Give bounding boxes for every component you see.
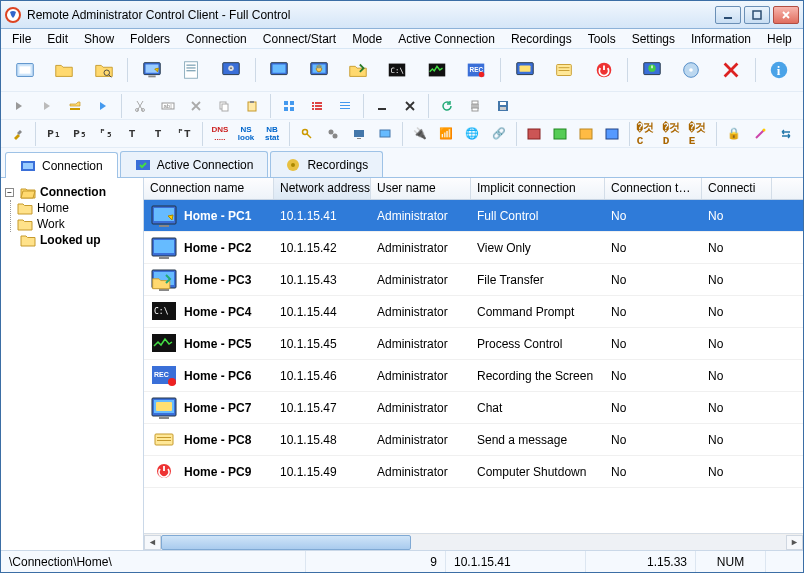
new-connection-icon[interactable]: [7, 52, 42, 88]
recording-icon[interactable]: REC: [459, 52, 494, 88]
screen-d-icon[interactable]: �것D: [662, 122, 684, 146]
win-min-icon[interactable]: [370, 94, 394, 118]
table-row[interactable]: Home - PC910.1.15.49AdministratorCompute…: [144, 456, 803, 488]
save-icon[interactable]: [491, 94, 515, 118]
arrows-icon[interactable]: [775, 122, 797, 146]
remote-disc-icon[interactable]: [674, 52, 709, 88]
message-icon[interactable]: [546, 52, 581, 88]
grid-body[interactable]: Home - PC110.1.15.41AdministratorFull Co…: [144, 200, 803, 533]
menu-file[interactable]: File: [5, 30, 38, 48]
play-icon[interactable]: [7, 94, 31, 118]
minimize-button[interactable]: [715, 6, 741, 24]
screen-e-icon[interactable]: �것E: [688, 122, 710, 146]
play-blue-icon[interactable]: [91, 94, 115, 118]
view-large-icon[interactable]: [277, 94, 301, 118]
process-control-icon[interactable]: [419, 52, 454, 88]
column-header[interactable]: Connection name: [144, 178, 274, 199]
column-header[interactable]: Network address: [274, 178, 371, 199]
table-row[interactable]: Home - PC510.1.15.45AdministratorProcess…: [144, 328, 803, 360]
scroll-thumb[interactable]: [161, 535, 411, 550]
table-row[interactable]: Home - PC110.1.15.41AdministratorFull Co…: [144, 200, 803, 232]
view-only-hand-icon[interactable]: [301, 52, 336, 88]
view-list-icon[interactable]: [305, 94, 329, 118]
maximize-button[interactable]: [744, 6, 770, 24]
window-c-icon[interactable]: [575, 122, 597, 146]
menu-active-connection[interactable]: Active Connection: [391, 30, 502, 48]
monitor-sm-icon[interactable]: [348, 122, 370, 146]
table-row[interactable]: Home - PC810.1.15.48AdministratorSend a …: [144, 424, 803, 456]
screen-c-icon[interactable]: �것C: [636, 122, 658, 146]
open-folder-icon[interactable]: [46, 52, 81, 88]
tab-active-connection[interactable]: Active Connection: [120, 151, 269, 177]
search-folder-icon[interactable]: [86, 52, 121, 88]
table-row[interactable]: Home - PC210.1.15.42AdministratorView On…: [144, 232, 803, 264]
menu-recordings[interactable]: Recordings: [504, 30, 579, 48]
scroll-left-icon[interactable]: ◄: [144, 535, 161, 550]
key-icon[interactable]: [296, 122, 318, 146]
column-header[interactable]: Implicit connection: [471, 178, 605, 199]
file-transfer-icon[interactable]: [340, 52, 375, 88]
command-prompt-icon[interactable]: C:\: [380, 52, 415, 88]
view-details-icon[interactable]: [333, 94, 357, 118]
delete-icon[interactable]: [713, 52, 748, 88]
properties-icon[interactable]: [174, 52, 209, 88]
tree-item-home[interactable]: Home: [17, 200, 139, 216]
lock-icon[interactable]: 🔒: [723, 122, 745, 146]
refresh-icon[interactable]: [435, 94, 459, 118]
ns-look-icon[interactable]: NSlook: [235, 122, 257, 146]
folder-tree[interactable]: − Connection Home Work Looked up: [1, 178, 144, 550]
horizontal-scrollbar[interactable]: ◄ ►: [144, 533, 803, 550]
net1-icon[interactable]: 🔌: [409, 122, 431, 146]
info-icon[interactable]: i: [762, 52, 797, 88]
win-close-icon[interactable]: [398, 94, 422, 118]
table-row[interactable]: Home - PC310.1.15.43AdministratorFile Tr…: [144, 264, 803, 296]
menu-mode[interactable]: Mode: [345, 30, 389, 48]
window-a-icon[interactable]: [522, 122, 544, 146]
menu-connect-start[interactable]: Connect/Start: [256, 30, 343, 48]
text-button-0[interactable]: P₁: [42, 122, 66, 146]
collapse-icon[interactable]: −: [5, 188, 14, 197]
hammer-wrench-icon[interactable]: [7, 122, 29, 146]
window-d-icon[interactable]: [601, 122, 623, 146]
window-b-icon[interactable]: [549, 122, 571, 146]
text-button-3[interactable]: T: [120, 122, 144, 146]
cut-icon[interactable]: [128, 94, 152, 118]
chat-icon[interactable]: [507, 52, 542, 88]
text-button-5[interactable]: ᴾT: [172, 122, 196, 146]
paste-icon[interactable]: [240, 94, 264, 118]
globe-icon[interactable]: 🌐: [461, 122, 483, 146]
tab-recordings[interactable]: Recordings: [270, 151, 383, 177]
menu-edit[interactable]: Edit: [40, 30, 75, 48]
gears-icon[interactable]: [322, 122, 344, 146]
display-icon[interactable]: [374, 122, 396, 146]
menu-information[interactable]: Information: [684, 30, 758, 48]
delete-sm-icon[interactable]: [184, 94, 208, 118]
eject-icon[interactable]: [63, 94, 87, 118]
tab-connection[interactable]: Connection: [5, 152, 118, 178]
menu-help[interactable]: Help: [760, 30, 799, 48]
dns-icon[interactable]: DNS.....: [209, 122, 231, 146]
tree-root[interactable]: − Connection: [5, 184, 139, 200]
settings-gear-icon[interactable]: [213, 52, 248, 88]
view-only-icon[interactable]: [262, 52, 297, 88]
tree-item-work[interactable]: Work: [17, 216, 139, 232]
net2-icon[interactable]: 📶: [435, 122, 457, 146]
scroll-right-icon[interactable]: ►: [786, 535, 803, 550]
textfield-icon[interactable]: ab|: [156, 94, 180, 118]
menu-folders[interactable]: Folders: [123, 30, 177, 48]
table-row[interactable]: Home - PC710.1.15.47AdministratorChatNoN…: [144, 392, 803, 424]
menu-show[interactable]: Show: [77, 30, 121, 48]
menu-tools[interactable]: Tools: [581, 30, 623, 48]
column-header[interactable]: User name: [371, 178, 471, 199]
menu-settings[interactable]: Settings: [625, 30, 682, 48]
tree-lookedup[interactable]: Looked up: [5, 232, 139, 248]
wand-icon[interactable]: [749, 122, 771, 146]
nb-stat-icon[interactable]: NBstat: [261, 122, 283, 146]
close-button[interactable]: [773, 6, 799, 24]
column-header[interactable]: Connecti: [702, 178, 772, 199]
play-alt-icon[interactable]: [35, 94, 59, 118]
printer-icon[interactable]: [463, 94, 487, 118]
link-icon[interactable]: 🔗: [487, 122, 509, 146]
full-control-icon[interactable]: [134, 52, 169, 88]
text-button-4[interactable]: T: [146, 122, 170, 146]
